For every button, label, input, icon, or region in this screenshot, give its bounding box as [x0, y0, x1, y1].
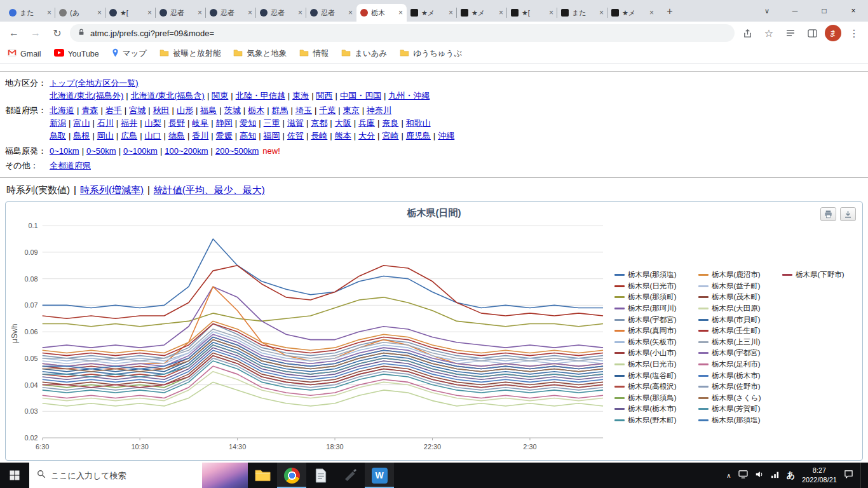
nav-link[interactable]: 山口 — [145, 131, 161, 140]
nav-link[interactable]: 茨城 — [224, 105, 241, 115]
nav-link[interactable]: 福岡 — [264, 131, 280, 140]
legend-item[interactable]: 栃木県(那須塩) — [614, 269, 691, 281]
show-desktop-button[interactable] — [860, 463, 863, 488]
legend-item[interactable]: 栃木県(那須塩) — [698, 415, 775, 426]
browser-tab[interactable]: 忍者× — [306, 4, 356, 22]
nav-link[interactable]: 北海道/東北(福島外) — [50, 91, 123, 100]
nav-link[interactable]: 岩手 — [105, 105, 122, 115]
bookmark-item[interactable]: 被曝と放射能 — [159, 48, 220, 59]
tab-close-icon[interactable]: × — [47, 8, 51, 17]
tab-close-icon[interactable]: × — [599, 8, 604, 17]
nav-link[interactable]: 関東 — [212, 91, 228, 100]
bookmark-item[interactable]: ゆうちゅうぶ — [400, 48, 462, 59]
nav-link[interactable]: 宮城 — [129, 105, 146, 115]
bookmark-item[interactable]: YouTube — [54, 49, 99, 58]
taskbar-notepad-icon[interactable] — [306, 463, 336, 488]
nav-link[interactable]: 神奈川 — [367, 105, 391, 115]
taskbar-search-box[interactable] — [29, 463, 248, 488]
nav-link[interactable]: 和歌山 — [406, 118, 431, 128]
nav-link[interactable]: 広島 — [121, 131, 137, 140]
forward-button[interactable]: → — [27, 24, 44, 42]
legend-item[interactable]: 栃木県(市貝町) — [698, 314, 775, 325]
nav-link[interactable]: 関西 — [316, 91, 333, 100]
legend-item[interactable]: 栃木県(大田原) — [698, 303, 775, 315]
nav-link[interactable]: 岐阜 — [192, 118, 208, 128]
legend-item[interactable]: 栃木県(さくら) — [698, 393, 775, 404]
nav-link[interactable]: 熊本 — [335, 131, 351, 140]
browser-tab[interactable]: ★メ× — [457, 4, 507, 22]
close-window-button[interactable]: × — [839, 0, 868, 22]
browser-tab[interactable]: また× — [5, 4, 55, 22]
address-bar[interactable]: atmc.jp/prefs.cgi?pref=09&mode= — [70, 24, 735, 42]
bookmark-item[interactable]: まいあみ — [341, 48, 387, 59]
browser-tab[interactable]: (あ× — [55, 4, 105, 22]
browser-tab[interactable]: 栃木× — [356, 4, 407, 22]
legend-item[interactable]: 栃木県(真岡市) — [614, 325, 691, 337]
tray-chevron-icon[interactable]: ∧ — [726, 472, 731, 479]
nav-link[interactable]: 奈良 — [382, 118, 398, 128]
tab-close-icon[interactable]: × — [499, 8, 503, 17]
taskbar-pen-icon[interactable] — [336, 463, 365, 488]
nav-link[interactable]: 香川 — [192, 131, 208, 140]
notification-center-icon[interactable] — [844, 470, 853, 481]
nav-link[interactable]: 0~100km — [123, 146, 158, 156]
legend-item[interactable]: 栃木県(野木町) — [614, 415, 691, 426]
tab-close-icon[interactable]: × — [649, 8, 654, 17]
browser-tab[interactable]: ★[× — [105, 4, 156, 22]
nav-link[interactable]: 大阪 — [335, 118, 351, 128]
profile-avatar[interactable]: ま — [825, 25, 841, 41]
legend-item[interactable]: 栃木県(栃木市) — [614, 403, 691, 415]
network-icon[interactable] — [771, 470, 780, 481]
nav-link[interactable]: 徳島 — [168, 131, 185, 140]
legend-item[interactable]: 栃木県(塩谷町) — [614, 370, 691, 381]
nav-link[interactable]: 愛知 — [240, 118, 256, 128]
nav-link[interactable]: 静岡 — [216, 118, 233, 128]
browser-tab[interactable]: ★メ× — [607, 4, 658, 22]
print-button[interactable] — [820, 207, 836, 221]
nav-link[interactable]: 200~500km — [215, 146, 259, 156]
legend-item[interactable]: 栃木県(茂木町) — [698, 292, 775, 303]
back-button[interactable]: ← — [5, 24, 23, 42]
nav-link[interactable]: 愛媛 — [216, 131, 233, 140]
taskbar-word-icon[interactable]: W — [365, 463, 394, 488]
legend-item[interactable]: 栃木県(宇都宮) — [614, 314, 691, 325]
tab-close-icon[interactable]: × — [398, 8, 403, 17]
nav-link[interactable]: 北海道/東北(福島含) — [131, 91, 205, 100]
nav-link[interactable]: 青森 — [81, 105, 98, 115]
legend-item[interactable]: 栃木県(日光市) — [614, 281, 691, 292]
view-tab-link[interactable]: 統計値(平均、最少、最大) — [154, 184, 265, 195]
side-panel-icon[interactable] — [803, 24, 821, 42]
nav-link[interactable]: 長野 — [168, 118, 185, 128]
legend-item[interactable]: 栃木県(益子町) — [698, 281, 775, 292]
ime-indicator[interactable]: あ — [787, 470, 795, 481]
browser-tab[interactable]: ★[× — [507, 4, 557, 22]
nav-link[interactable]: 北海道 — [50, 105, 74, 115]
tab-close-icon[interactable]: × — [449, 8, 453, 17]
nav-link[interactable]: 沖縄 — [438, 131, 454, 140]
bookmark-item[interactable]: 情報 — [299, 48, 329, 59]
tab-close-icon[interactable]: × — [198, 8, 202, 17]
browser-tab[interactable]: また× — [557, 4, 607, 22]
tab-close-icon[interactable]: × — [248, 8, 252, 17]
browser-tab[interactable]: 忍者× — [206, 4, 256, 22]
legend-item[interactable]: 栃木県(高根沢) — [614, 381, 691, 393]
bookmark-item[interactable]: マップ — [112, 48, 147, 59]
nav-link[interactable]: 佐賀 — [287, 131, 304, 140]
nav-link[interactable]: 三重 — [264, 118, 280, 128]
download-button[interactable] — [840, 207, 856, 221]
view-tab-link[interactable]: 時系列(増減率) — [80, 184, 144, 195]
taskbar-explorer-icon[interactable] — [248, 463, 277, 488]
nav-link[interactable]: 群馬 — [272, 105, 288, 115]
legend-item[interactable]: 栃木県(栃木市) — [698, 370, 775, 381]
nav-link[interactable]: 高知 — [240, 131, 256, 140]
nav-link[interactable]: 兵庫 — [358, 118, 375, 128]
nav-link[interactable]: 富山 — [73, 118, 90, 128]
nav-link[interactable]: 滋賀 — [287, 118, 304, 128]
new-tab-button[interactable]: + — [661, 3, 678, 20]
legend-item[interactable]: 栃木県(日光市) — [614, 359, 691, 370]
bookmark-item[interactable]: Gmail — [8, 49, 41, 58]
nav-link[interactable]: 福島 — [200, 105, 217, 115]
nav-link[interactable]: 山梨 — [145, 118, 161, 128]
legend-item[interactable]: 栃木県(佐野市) — [698, 381, 775, 393]
legend-item[interactable]: 栃木県(矢板市) — [614, 337, 691, 348]
